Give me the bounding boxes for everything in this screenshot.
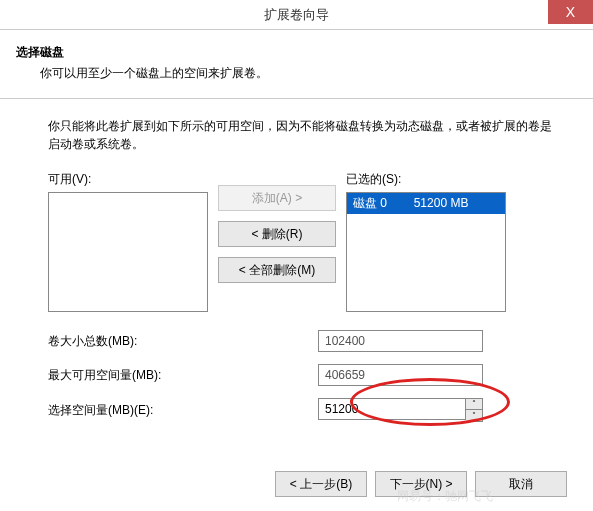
selected-label: 已选的(S):	[346, 171, 506, 188]
cancel-button[interactable]: 取消	[475, 471, 567, 497]
spinner-down-icon[interactable]: ˅	[466, 410, 482, 421]
total-size-value: 102400	[318, 330, 483, 352]
header-title: 选择磁盘	[16, 44, 577, 61]
available-label: 可用(V):	[48, 171, 208, 188]
spinner-buttons: ˄ ˅	[466, 398, 483, 422]
max-space-value: 406659	[318, 364, 483, 386]
wizard-footer: < 上一步(B) 下一步(N) > 取消	[275, 471, 567, 497]
remove-button[interactable]: < 删除(R)	[218, 221, 336, 247]
available-column: 可用(V):	[48, 171, 208, 312]
disk-selection-row: 可用(V): 添加(A) > < 删除(R) < 全部删除(M) 已选的(S):…	[48, 171, 561, 312]
content: 你只能将此卷扩展到如下所示的可用空间，因为不能将磁盘转换为动态磁盘，或者被扩展的…	[0, 99, 593, 444]
add-button: 添加(A) >	[218, 185, 336, 211]
instruction-text: 你只能将此卷扩展到如下所示的可用空间，因为不能将磁盘转换为动态磁盘，或者被扩展的…	[48, 117, 561, 153]
selected-listbox[interactable]: 磁盘 0 51200 MB	[346, 192, 506, 312]
wizard-header: 选择磁盘 你可以用至少一个磁盘上的空间来扩展卷。	[0, 30, 593, 92]
transfer-buttons: 添加(A) > < 删除(R) < 全部删除(M)	[218, 185, 336, 283]
select-space-label: 选择空间量(MB)(E):	[48, 402, 318, 419]
next-button[interactable]: 下一步(N) >	[375, 471, 467, 497]
list-item[interactable]: 磁盘 0 51200 MB	[347, 193, 505, 214]
max-space-row: 最大可用空间量(MB): 406659	[48, 364, 561, 386]
header-desc: 你可以用至少一个磁盘上的空间来扩展卷。	[16, 65, 577, 82]
close-button[interactable]: X	[548, 0, 593, 24]
available-listbox[interactable]	[48, 192, 208, 312]
select-space-input[interactable]	[318, 398, 466, 420]
titlebar: 扩展卷向导 X	[0, 0, 593, 30]
remove-all-button[interactable]: < 全部删除(M)	[218, 257, 336, 283]
select-space-row: 选择空间量(MB)(E): ˄ ˅	[48, 398, 561, 422]
selected-column: 已选的(S): 磁盘 0 51200 MB	[346, 171, 506, 312]
select-space-spinner: ˄ ˅	[318, 398, 483, 422]
back-button[interactable]: < 上一步(B)	[275, 471, 367, 497]
max-space-label: 最大可用空间量(MB):	[48, 367, 318, 384]
total-size-row: 卷大小总数(MB): 102400	[48, 330, 561, 352]
spinner-up-icon[interactable]: ˄	[466, 399, 482, 410]
window-title: 扩展卷向导	[264, 6, 329, 24]
total-size-label: 卷大小总数(MB):	[48, 333, 318, 350]
